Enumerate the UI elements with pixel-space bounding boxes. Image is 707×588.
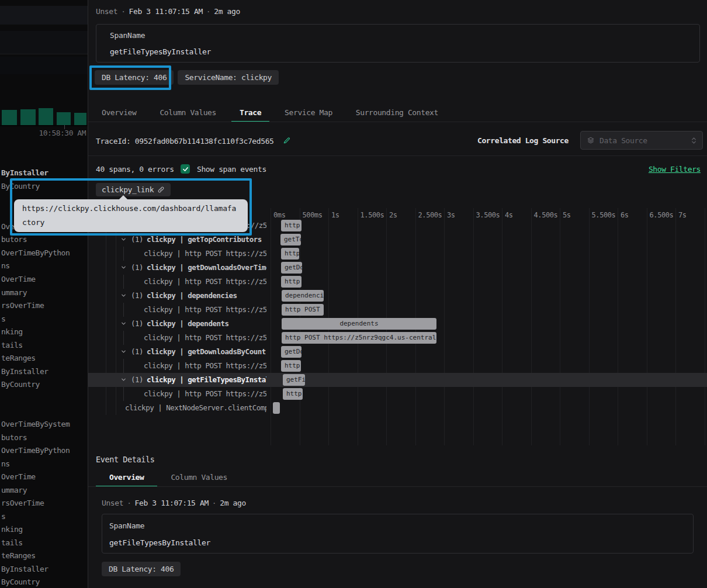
span-duration-bar[interactable]: getDownloadsOverTimeByS <box>281 262 302 274</box>
background-span-fragment: teRanges <box>1 354 36 362</box>
span-row[interactable]: clickpy | http POST https://z5nrz9qgc4.u… <box>88 331 707 345</box>
chevron-down-icon[interactable] <box>120 264 127 271</box>
span-row[interactable]: (1)clickpy | getTopContributorsgetTopCon… <box>88 233 707 247</box>
span-duration-bar[interactable]: http POST https://z5nrz9qgc4.us-central <box>281 248 299 260</box>
background-span-fragment: OverTimeByPython <box>1 248 70 257</box>
event-details-meta: Unset·Feb 3 11:07:15 AM·2m ago <box>102 499 246 507</box>
axis-tick-label: 3.500s <box>476 211 500 219</box>
background-span-fragment: ByCountry <box>1 182 40 191</box>
span-duration-bar[interactable] <box>273 402 280 414</box>
chevron-down-icon[interactable] <box>120 320 127 327</box>
background-span-fragment: ByCountry <box>1 380 40 389</box>
span-duration-bar[interactable]: http POST https://z5nrz9qgc4.us-central <box>281 220 301 231</box>
span-duration-bar[interactable]: dependents <box>282 318 436 330</box>
timestamp: Feb 3 11:07:15 AM <box>129 7 203 16</box>
axis-tick-label: 3s <box>447 211 455 219</box>
background-page: 10:58:30 AM ByInstallerByCountryOvebutor… <box>0 0 88 588</box>
chevron-down-icon[interactable] <box>120 348 127 355</box>
span-row-label: (1)clickpy | dependencies <box>88 289 266 303</box>
span-row-label: clickpy | http POST https://z5nrz9qgc4.u… <box>88 331 266 345</box>
clickpy-link-badge[interactable]: clickpy_link <box>96 183 171 196</box>
histogram-timestamp: 10:58:30 AM <box>0 129 86 137</box>
chevron-down-icon[interactable] <box>120 292 127 299</box>
background-span-fragment: OverTime <box>1 472 36 481</box>
background-row <box>0 57 88 74</box>
span-name-text: clickpy | dependencies <box>147 289 237 303</box>
span-row[interactable]: clickpy | http POST https://z5nrz9qgc4.u… <box>88 359 707 373</box>
span-row-label: clickpy | NextNodeServer.clientCompone <box>88 401 266 415</box>
background-span-fragment: rsOverTime <box>1 301 44 310</box>
spans-summary: 40 spans, 0 errors <box>96 165 174 174</box>
span-duration-bar[interactable]: http POST https://z5nrz9qgc4.us-central <box>283 388 303 400</box>
span-row[interactable]: (1)clickpy | getDownloadsOverTimeBySgetD… <box>88 261 707 275</box>
edit-icon[interactable] <box>283 136 291 146</box>
span-duration-bar[interactable]: getFileTypesByInstaller <box>283 374 305 386</box>
span-duration-bar[interactable]: getDownloadsByCountry <box>281 346 301 358</box>
tree-guide <box>123 303 124 317</box>
show-span-events-checkbox[interactable] <box>181 164 190 174</box>
span-duration-bar[interactable]: http POST https://z5nrz9qgc4.us-central <box>281 360 301 372</box>
axis-tick-label: 6.500s <box>650 211 674 219</box>
axis-tick-label: 1.500s <box>361 211 384 219</box>
chevron-down-icon[interactable] <box>120 376 127 383</box>
section-divider <box>88 155 707 156</box>
span-row[interactable]: (1)clickpy | getFileTypesByInstallergetF… <box>88 373 707 387</box>
span-row-label: clickpy | http POST https://z5nrz9qgc4.u… <box>88 387 266 401</box>
histogram-bar <box>2 110 17 126</box>
span-row[interactable]: clickpy | NextNodeServer.clientCompone <box>88 401 707 415</box>
attribute-badge[interactable]: DB Latency: 406 <box>95 70 174 85</box>
histogram-baseline <box>0 125 88 126</box>
background-span-fragment: tails <box>1 341 23 350</box>
child-count: (1) <box>131 317 143 331</box>
panel-tabs: OverviewColumn ValuesTraceService MapSur… <box>93 104 707 122</box>
span-duration-bar[interactable]: dependencies <box>282 290 324 302</box>
span-name-text: clickpy | NextNodeServer.clientCompone <box>125 401 266 415</box>
span-duration-bar[interactable]: http POST https://z5nrz9qgc4.us-central <box>282 304 324 316</box>
span-row[interactable]: clickpy | http POST https://z5nrz9qgc4.u… <box>88 275 707 289</box>
axis-tick-label: 1s <box>331 211 339 219</box>
tab-column-values[interactable]: Column Values <box>157 469 241 487</box>
span-row-label: clickpy | http POST https://z5nrz9qgc4.u… <box>88 275 266 289</box>
background-span-fragment: teRanges <box>1 551 36 560</box>
db-latency-badge[interactable]: DB Latency: 406 <box>102 562 181 576</box>
axis-tick-label: 0ms <box>273 211 285 219</box>
tab-trace[interactable]: Trace <box>231 104 269 122</box>
tab-service-map[interactable]: Service Map <box>276 104 341 122</box>
span-name-text: clickpy | http POST https://z5nrz9qgc4.u… <box>144 275 266 289</box>
background-span-fragment: Ove <box>1 222 14 231</box>
event-meta: Unset·Feb 3 11:07:15 AM·2m ago <box>96 7 240 16</box>
span-row-label: clickpy | http POST https://z5nrz9qgc4.u… <box>88 359 266 373</box>
span-row[interactable]: clickpy | http POST https://z5nrz9qgc4.u… <box>88 303 707 317</box>
background-span-fragment: OverTimeBySystem <box>1 420 70 428</box>
span-row[interactable]: (1)clickpy | dependentsdependents <box>88 317 707 331</box>
tree-guide <box>123 359 124 373</box>
link-icon <box>157 186 165 193</box>
tab-surrounding-context[interactable]: Surrounding Context <box>348 104 446 122</box>
span-row[interactable]: clickpy | http POST https://z5nrz9qgc4.u… <box>88 387 707 401</box>
background-span-fragment: butors <box>1 235 27 244</box>
chevron-down-icon[interactable] <box>120 236 127 243</box>
span-duration-bar[interactable]: http POST https://z5nrz9qgc4.us-central <box>281 276 301 288</box>
span-name-text: clickpy | dependents <box>147 317 229 331</box>
trace-waterfall: 0ms500ms1s1.500s2s2.500s3s3.500s4s4.500s… <box>88 208 707 445</box>
span-duration-bar[interactable]: getTopContributors <box>280 234 301 245</box>
axis-tick-label: 5s <box>563 211 571 219</box>
span-row[interactable]: (1)clickpy | dependenciesdependencies <box>88 289 707 303</box>
tab-overview[interactable]: Overview <box>96 469 157 487</box>
app-root: 10:58:30 AM ByInstallerByCountryOvebutor… <box>0 0 707 588</box>
background-span-fragment: rsOverTime <box>1 499 44 507</box>
span-row[interactable]: (1)clickpy | getDownloadsByCountrygetDow… <box>88 345 707 359</box>
background-span-fragment: ummary <box>1 288 27 297</box>
attribute-badge[interactable]: ServiceName: clickpy <box>178 70 279 85</box>
tab-column-values[interactable]: Column Values <box>151 104 224 122</box>
show-span-events-label: Show span events <box>197 165 266 174</box>
background-span-fragment: s <box>1 512 5 521</box>
tab-overview[interactable]: Overview <box>93 104 144 122</box>
tree-guide <box>123 387 124 401</box>
data-source-select[interactable]: Data Source <box>580 131 703 150</box>
tree-guide <box>123 331 124 345</box>
show-filters-link[interactable]: Show Filters <box>649 165 701 174</box>
span-duration-bar[interactable]: http POST https://z5nrz9qgc4.us-central <box>282 332 436 344</box>
span-row[interactable]: clickpy | http POST https://z5nrz9qgc4.u… <box>88 247 707 261</box>
span-name-value: getFileTypesByInstaller <box>110 47 686 56</box>
